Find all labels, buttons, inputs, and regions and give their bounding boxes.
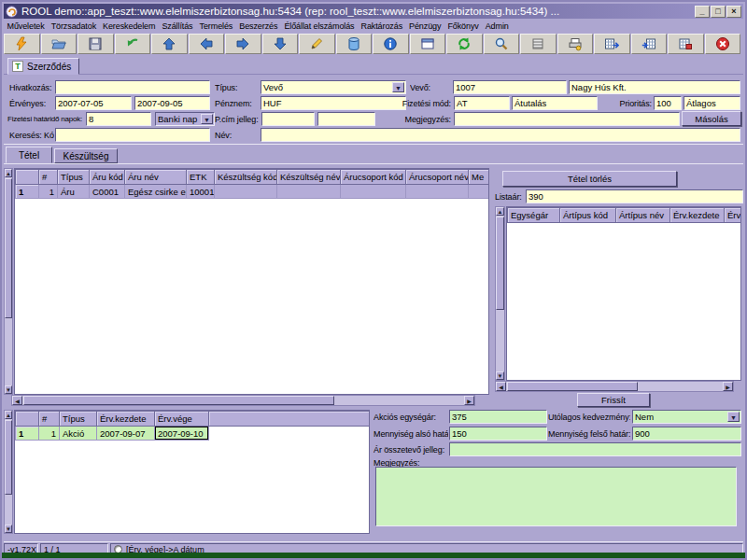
mennyiseg-also-field[interactable]: 150 <box>449 427 547 441</box>
utolagos-kedvezmeny-combobox[interactable]: Nem▼ <box>632 410 741 424</box>
focused-cell[interactable]: 2007-09-10 <box>155 427 209 441</box>
scrollbar-thumb[interactable] <box>496 217 504 310</box>
scrollbar-thumb[interactable] <box>5 420 12 495</box>
scroll-up-icon[interactable]: ▲ <box>5 411 12 419</box>
menu-item-admin[interactable]: Admin <box>482 21 512 31</box>
column-header-keszultseg-kod[interactable]: Készültség kód <box>215 170 277 185</box>
scroll-right-icon[interactable]: ▶ <box>464 396 474 405</box>
menu-item-szallitas[interactable]: Szállítás <box>159 21 196 31</box>
maximize-button[interactable]: □ <box>711 6 726 18</box>
frissit-button[interactable]: Frissít <box>577 393 650 407</box>
scroll-down-icon[interactable]: ▼ <box>496 371 504 380</box>
menu-item-termeles[interactable]: Termelés <box>196 21 236 31</box>
scroll-down-icon[interactable]: ▼ <box>5 525 12 533</box>
column-header-keszultseg-nev[interactable]: Készültség név <box>277 170 341 185</box>
scrollbar-thumb[interactable] <box>507 382 638 391</box>
fizetesi-hatarido-field[interactable]: 8 <box>86 112 151 126</box>
mennyiseg-felso-field[interactable]: 900 <box>632 427 741 441</box>
column-header-artipus-kod[interactable]: Ártípus kód <box>560 208 616 223</box>
column-header-artipus-nev[interactable]: Ártípus név <box>616 208 670 223</box>
megjegyzes-field[interactable] <box>454 112 680 126</box>
column-header-egysegar[interactable]: Egységár <box>508 208 560 223</box>
chevron-down-icon[interactable]: ▼ <box>392 82 404 92</box>
column-header-tipus[interactable]: Típus <box>58 170 90 185</box>
column-header-num[interactable]: # <box>39 170 58 185</box>
toolbar-button-save[interactable] <box>78 34 114 54</box>
akcios-egysegar-field[interactable]: 375 <box>449 410 547 424</box>
toolbar-button-table-export[interactable] <box>594 34 630 54</box>
masolas-button[interactable]: Másolás <box>682 111 741 126</box>
close-button[interactable]: × <box>726 6 741 18</box>
scroll-left-icon[interactable]: ◀ <box>496 382 506 391</box>
chevron-down-icon[interactable]: ▼ <box>727 412 740 422</box>
column-header-arucsoport-kod[interactable]: Árucsoport kód <box>341 170 406 185</box>
column-header-erv[interactable]: Érv <box>725 208 741 223</box>
scroll-right-icon[interactable]: ▶ <box>723 382 733 391</box>
toolbar-button-info[interactable] <box>373 34 409 54</box>
ervenyes-from-field[interactable]: 2007-07-05 <box>55 96 132 110</box>
toolbar-button-table-delete[interactable] <box>668 34 704 54</box>
scroll-left-icon[interactable]: ◀ <box>12 396 22 405</box>
tab-szerzodes[interactable]: T Szerződés <box>7 58 79 75</box>
menu-item-raktarozas[interactable]: Raktározás <box>358 21 406 31</box>
menu-item-eloallat[interactable]: Élőállat elszámolás <box>281 21 358 31</box>
scrollbar-thumb[interactable] <box>5 178 12 318</box>
menu-item-torzsadatok[interactable]: Törzsadatok <box>48 21 99 31</box>
tab-keszultseg[interactable]: Készültség <box>54 148 118 163</box>
vevo-code-field[interactable]: 1007 <box>453 80 567 94</box>
toolbar-button-refresh[interactable] <box>446 34 483 54</box>
nev-field[interactable] <box>261 128 740 142</box>
toolbar-button-previous[interactable] <box>189 34 225 54</box>
hivatkozas-field[interactable] <box>55 80 210 94</box>
toolbar-button-database[interactable] <box>336 34 373 54</box>
chevron-down-icon[interactable]: ▼ <box>201 114 213 124</box>
kereses-kod-field[interactable] <box>55 128 210 142</box>
row-header[interactable]: 1 <box>16 185 39 199</box>
toolbar-button-window[interactable] <box>410 34 446 54</box>
column-header-aru-nev[interactable]: Áru név <box>125 170 187 185</box>
toolbar-button-print[interactable] <box>557 34 594 54</box>
scroll-up-icon[interactable]: ▲ <box>496 207 504 216</box>
toolbar-button-last[interactable] <box>262 34 299 54</box>
promo-table-vertical-scrollbar[interactable]: ▲ ▼ <box>4 410 13 534</box>
menu-item-penzugy[interactable]: Pénzügy <box>406 21 444 31</box>
toolbar-button-open[interactable] <box>41 34 78 54</box>
menu-item-beszerzes[interactable]: Beszerzés <box>236 21 281 31</box>
pcim-jelleg-field-1[interactable] <box>261 112 315 126</box>
menu-item-fokonyv[interactable]: Főkönyv <box>444 21 482 31</box>
toolbar-button-undo[interactable] <box>115 34 151 54</box>
column-header-num[interactable]: # <box>39 412 60 427</box>
scroll-up-icon[interactable]: ▲ <box>5 169 12 177</box>
prioritas-value-field[interactable]: 100 <box>654 96 682 110</box>
column-header-erv-kezdete[interactable]: Érv.kezdete <box>670 208 725 223</box>
minimize-button[interactable]: _ <box>695 6 710 18</box>
table-row[interactable]: 1 1 Akció 2007-09-07 2007-09-10 <box>16 427 370 441</box>
toolbar-button-list[interactable] <box>520 34 557 54</box>
column-header-aru-kod[interactable]: Áru kód <box>90 170 125 185</box>
ervenyes-to-field[interactable]: 2007-09-05 <box>134 96 210 110</box>
column-header-erv-vege[interactable]: Érv.vége <box>155 412 209 427</box>
column-header-etk[interactable]: ETK <box>187 170 215 185</box>
prioritas-name-field[interactable]: Átlagos <box>684 96 740 110</box>
tab-tetel[interactable]: Tétel <box>6 147 52 163</box>
pcim-jelleg-field-2[interactable] <box>317 112 375 126</box>
toolbar-button-next[interactable] <box>225 34 261 54</box>
fizetesi-mod-code-field[interactable]: AT <box>454 96 510 110</box>
column-header-tipus[interactable]: Típus <box>60 412 97 427</box>
item-table-horizontal-scrollbar[interactable]: ◀ ▶ <box>11 395 475 406</box>
toolbar-button-exit[interactable] <box>705 34 741 54</box>
column-header-me[interactable]: Me <box>469 170 489 185</box>
price-table-vertical-scrollbar[interactable]: ▲ ▼ <box>495 206 505 381</box>
row-header[interactable]: 1 <box>16 427 39 441</box>
menu-item-kereskedelem[interactable]: Kereskedelem <box>100 21 159 31</box>
toolbar-button-search[interactable] <box>484 34 520 54</box>
toolbar-button-edit[interactable] <box>299 34 335 54</box>
column-header-arucsoport-nev[interactable]: Árucsoport név <box>406 170 469 185</box>
promo-megjegyzes-textarea[interactable] <box>375 467 737 526</box>
scroll-down-icon[interactable]: ▼ <box>5 385 12 394</box>
scrollbar-thumb[interactable] <box>23 396 334 405</box>
column-header-erv-kezdete[interactable]: Érv.kezdete <box>97 412 155 427</box>
tetel-torles-button[interactable]: Tétel törlés <box>502 171 677 187</box>
fizetesi-hatarido-type-combobox[interactable]: Banki nap▼ <box>155 112 215 126</box>
vevo-name-field[interactable]: Nagy Hús Kft. <box>569 80 740 94</box>
